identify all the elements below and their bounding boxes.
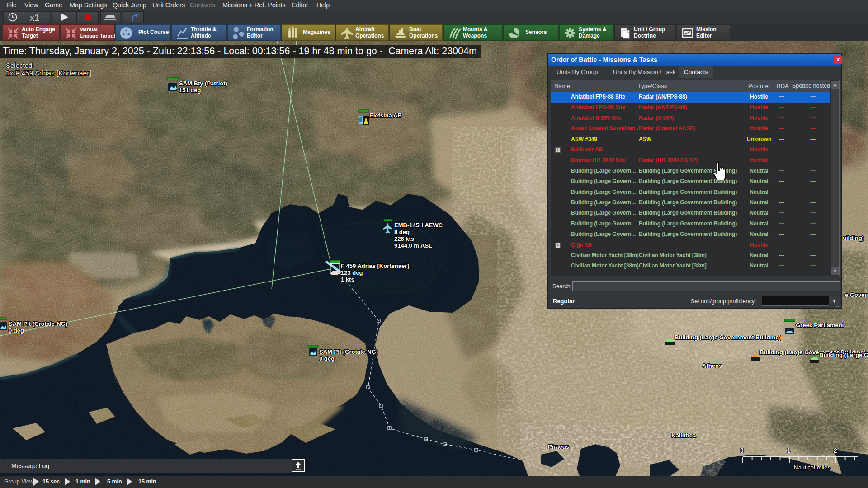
svg-text:x1: x1 [30, 13, 39, 23]
